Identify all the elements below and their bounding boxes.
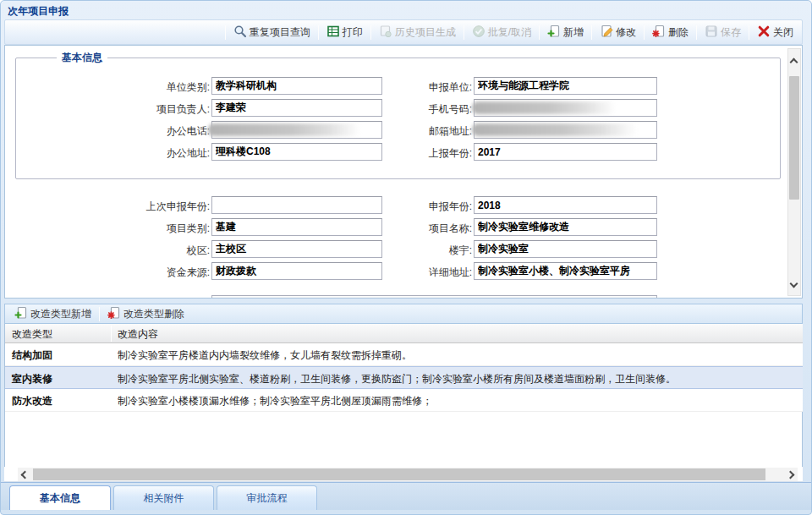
declare-year-input[interactable] [474,196,657,214]
table-row-selected[interactable]: 室内装修 制冷实验室平房北侧实验室、楼道粉刷，卫生间装修，更换防盗门；制冷实验室… [5,366,803,389]
page-title: 次年项目申报 [8,5,69,17]
project-leader-label: 项目负责人: [56,102,210,117]
project-name-label: 项目名称: [318,222,472,236]
declare-unit-label: 申报单位: [318,80,472,95]
form-row: 办公地址: 上报年份: [5,143,803,162]
renovation-type-delete-button[interactable]: 改造类型删除 [102,303,189,326]
last-declare-year-label: 上次申报年份: [56,200,210,214]
form-row: 上次申报年份: 申报年份: [5,196,803,215]
fieldset-title: 基本信息 [57,51,107,65]
scroll-right-icon[interactable] [782,468,798,481]
approve-icon [472,25,486,41]
campus-label: 校区: [56,244,210,258]
print-button[interactable]: 打印 [321,21,368,44]
history-project-generate-button: 历史项目生成 [374,21,461,44]
toolbar-separator [749,25,749,40]
renovation-grid-toolbar: 改造类型新增 改造类型删除 [4,304,803,324]
office-phone-label: 办公电话: [56,124,210,139]
form-row: 单位类别: 申报单位: [5,77,803,96]
project-name-input[interactable] [474,218,657,236]
column-divider[interactable] [111,326,112,342]
basic-info-form-pane: 基本信息 单位类别: 申报单位: 项目负责人: 手机号码: 办公电话: 邮箱地址… [4,45,803,299]
unit-category-label: 单位类别: [56,80,210,95]
print-icon [326,25,340,41]
add-icon [14,306,28,322]
toolbar-separator [370,25,371,40]
delete-icon [652,25,666,41]
toolbar-separator [696,25,697,40]
table-row[interactable]: 结构加固 制冷实验室平房楼道内内墙裂纹维修，女儿墙有裂纹需拆掉重砌。 [5,343,803,366]
tab-approval-flow[interactable]: 审批流程 [217,485,317,510]
report-year-label: 上报年份: [318,146,472,161]
redacted-value [472,101,616,114]
project-category-label: 项目类别: [56,222,210,236]
search-icon [233,25,247,41]
add-icon [547,25,561,41]
mobile-number-label: 手机号码: [318,102,472,117]
vertical-scrollbar[interactable] [787,48,801,296]
edit-button[interactable]: 修改 [595,21,641,44]
approve-cancel-button: 批复/取消 [467,21,536,44]
tab-basic-info[interactable]: 基本信息 [9,485,111,510]
delete-icon [107,306,121,322]
toolbar-separator [591,25,592,40]
form-row: 资金来源: 详细地址: [5,262,803,281]
toolbar-separator [539,25,540,40]
report-year-input[interactable] [474,143,657,161]
scroll-down-icon[interactable] [790,280,798,288]
form-row: 办公电话: 邮箱地址: [5,121,803,140]
form-row: 项目负责人: 手机号码: [5,99,803,118]
close-icon [757,25,771,41]
office-address-label: 办公地址: [56,146,210,161]
horizontal-scrollbar-track[interactable] [18,468,798,481]
toolbar-separator [644,25,645,40]
scroll-up-icon[interactable] [790,58,798,67]
window-titlebar: 次年项目申报 [1,1,811,19]
email-label: 邮箱地址: [318,124,472,139]
edit-icon [600,25,613,41]
declare-unit-input[interactable] [474,77,657,95]
building-input[interactable] [474,240,657,258]
horizontal-scrollbar[interactable] [4,467,803,482]
table-row[interactable]: 防水改造 制冷实验室小楼楼顶漏水维修；制冷实验室平房北侧屋顶漏雨需维修； [5,389,803,412]
form-row: 校区: 楼宇: [5,240,803,259]
grid-header: 改造类型 改造内容 [5,324,803,343]
toolbar-separator [225,25,226,40]
column-header-renovation-type[interactable]: 改造类型 [12,327,107,342]
duplicate-project-query-button[interactable]: 重复项目查询 [228,21,315,44]
declare-year-label: 申报年份: [318,200,472,214]
toolbar-separator [464,25,464,40]
bottom-tabbar: 基本信息 相关附件 审批流程 [1,482,812,510]
project-declaration-window: 次年项目申报 重复项目查询 打印 历史项目生成 批复/取消 新增 [0,0,812,515]
redacted-value [472,123,637,136]
vertical-scrollbar-thumb[interactable] [789,76,799,200]
funding-source-label: 资金来源: [56,266,210,280]
detail-address-input[interactable] [474,262,657,280]
renovation-grid: 改造类型 改造内容 结构加固 制冷实验室平房楼道内内墙裂纹维修，女儿墙有裂纹需拆… [4,324,803,467]
column-header-renovation-content[interactable]: 改造内容 [118,327,158,342]
detail-address-label: 详细地址: [318,266,472,280]
tab-attachments[interactable]: 相关附件 [113,485,214,510]
toolbar-separator [318,25,319,40]
history-icon [379,25,392,41]
save-icon [705,25,718,41]
add-button[interactable]: 新增 [542,21,589,44]
renovation-type-add-button[interactable]: 改造类型新增 [9,303,96,326]
main-toolbar: 重复项目查询 打印 历史项目生成 批复/取消 新增 修改 删除 [4,19,803,45]
scroll-left-icon[interactable] [18,468,33,481]
horizontal-scrollbar-thumb[interactable] [33,468,765,480]
building-label: 楼宇: [318,244,472,258]
form-row: 项目类别: 项目名称: [5,218,803,237]
toolbar-separator [99,307,100,321]
delete-button[interactable]: 删除 [647,21,694,44]
close-button[interactable]: 关闭 [752,21,798,44]
save-button: 保存 [700,21,746,44]
